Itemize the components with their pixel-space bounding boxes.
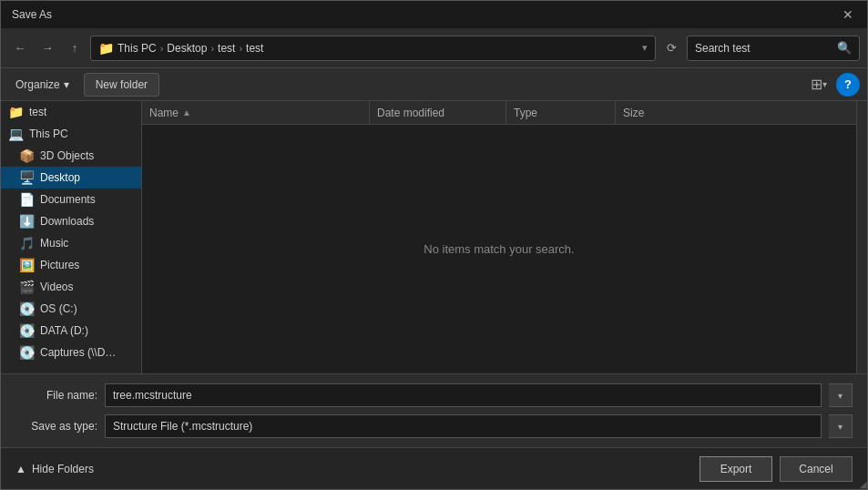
nav-panel: 📁 test 💻 This PC 📦 3D Objects 🖥️ Desktop… [1, 101, 142, 373]
nav-item-data-d[interactable]: 💽 DATA (D:) [1, 320, 141, 342]
scrollbar-track[interactable] [856, 101, 867, 373]
up-button[interactable]: ↑ [63, 36, 87, 60]
file-list-body: No items match your search. [142, 125, 856, 373]
nav-item-desktop-label: Desktop [40, 171, 80, 184]
hide-folders-icon: ▲ [15, 463, 26, 475]
content-area: 📁 test 💻 This PC 📦 3D Objects 🖥️ Desktop… [1, 101, 867, 373]
nav-item-videos-label: Videos [40, 281, 73, 293]
music-icon: 🎵 [19, 236, 35, 250]
crumb-part-3: test [218, 42, 235, 55]
videos-icon: 🎬 [19, 280, 35, 294]
organize-toolbar: Organize ▾ New folder ⊞ ▾ ? [1, 68, 867, 101]
nav-item-videos[interactable]: 🎬 Videos [1, 276, 141, 298]
col-name-label: Name [149, 107, 179, 119]
col-header-size: Size [616, 101, 707, 124]
savetype-dropdown-button[interactable]: ▾ [829, 414, 853, 438]
filename-dropdown-button[interactable]: ▾ [829, 383, 853, 407]
nav-item-os-c[interactable]: 💽 OS (C:) [1, 298, 141, 320]
crumb-part-1: This PC [117, 42, 157, 55]
pictures-icon: 🖼️ [19, 258, 35, 272]
back-button[interactable]: ← [8, 36, 32, 60]
hide-folders-button[interactable]: ▲ Hide Folders [15, 463, 94, 475]
nav-item-3d-objects[interactable]: 📦 3D Objects [1, 145, 141, 167]
export-button[interactable]: Export [700, 456, 772, 482]
nav-item-test[interactable]: 📁 test [1, 101, 141, 123]
crumb-part-2: Desktop [167, 42, 207, 55]
search-icon: 🔍 [837, 41, 852, 55]
address-bar[interactable]: 📁 This PC › Desktop › test › test ▾ [90, 36, 656, 61]
col-type-label: Type [514, 107, 537, 119]
resize-grip[interactable]: ◢ [854, 476, 867, 489]
organize-label: Organize [15, 78, 60, 91]
filename-input[interactable] [105, 383, 822, 407]
nav-item-captures[interactable]: 💽 Captures (\\DESI [1, 342, 141, 363]
close-button[interactable]: ✕ [836, 3, 860, 26]
help-button[interactable]: ? [836, 73, 860, 97]
nav-item-captures-label: Captures (\\DESI [40, 346, 122, 359]
desktop-icon: 🖥️ [19, 170, 35, 185]
toolbar2-right: ⊞ ▾ ? [805, 73, 860, 97]
folder-icon: 📁 [98, 41, 114, 56]
col-header-date: Date modified [370, 101, 506, 124]
dialog-title: Save As [12, 8, 52, 21]
bottom-form: File name: ▾ Save as type: Structure Fil… [1, 373, 867, 447]
address-dropdown-icon[interactable]: ▾ [642, 42, 648, 54]
nav-item-music-label: Music [40, 237, 68, 250]
file-area: Name ▲ Date modified Type Size No items … [142, 101, 856, 373]
organize-arrow-icon: ▾ [64, 78, 69, 91]
column-headers: Name ▲ Date modified Type Size [142, 101, 856, 125]
title-bar-left: Save As [12, 8, 52, 21]
nav-item-documents-label: Documents [40, 193, 96, 206]
crumb-sep-1: › [160, 43, 164, 54]
search-input[interactable] [695, 42, 832, 55]
address-toolbar: ← → ↑ 📁 This PC › Desktop › test › test … [1, 28, 867, 68]
sort-arrow-icon: ▲ [182, 107, 191, 117]
documents-icon: 📄 [19, 192, 35, 207]
crumb-sep-3: › [239, 43, 242, 54]
view-toggle-button[interactable]: ⊞ ▾ [805, 73, 832, 97]
data-d-icon: 💽 [19, 323, 35, 338]
nav-item-pictures-label: Pictures [40, 259, 79, 271]
nav-item-desktop[interactable]: 🖥️ Desktop [1, 167, 141, 189]
filename-label: File name: [15, 389, 97, 402]
nav-item-test-label: test [29, 106, 46, 118]
savetype-row: Save as type: Structure File (*.mcstruct… [15, 414, 853, 438]
this-pc-icon: 💻 [8, 127, 24, 141]
action-buttons: Export Cancel [700, 456, 853, 482]
nav-item-this-pc[interactable]: 💻 This PC [1, 123, 141, 145]
filename-row: File name: ▾ [15, 383, 853, 407]
savetype-select[interactable]: Structure File (*.mcstructure) [105, 414, 822, 438]
search-box: 🔍 [687, 36, 860, 61]
3d-objects-icon: 📦 [19, 148, 35, 163]
forward-button[interactable]: → [36, 36, 59, 60]
savetype-value: Structure File (*.mcstructure) [113, 420, 813, 433]
breadcrumb: 📁 This PC › Desktop › test › test [98, 41, 263, 56]
nav-item-this-pc-label: This PC [29, 128, 68, 140]
view-icon: ⊞ [811, 76, 822, 93]
crumb-part-4: test [246, 42, 263, 55]
nav-item-music[interactable]: 🎵 Music [1, 232, 141, 254]
nav-item-documents[interactable]: 📄 Documents [1, 189, 141, 210]
nav-item-3d-objects-label: 3D Objects [40, 149, 94, 162]
hide-folders-label: Hide Folders [32, 463, 94, 475]
empty-message: No items match your search. [424, 242, 574, 256]
col-header-type: Type [506, 101, 616, 124]
os-c-icon: 💽 [19, 301, 35, 316]
new-folder-button[interactable]: New folder [84, 73, 159, 97]
refresh-button[interactable]: ⟳ [659, 36, 683, 60]
nav-item-downloads[interactable]: ⬇️ Downloads [1, 210, 141, 232]
nav-item-downloads-label: Downloads [40, 215, 94, 228]
savetype-label: Save as type: [15, 420, 97, 433]
captures-icon: 💽 [19, 345, 35, 360]
crumb-sep-2: › [210, 43, 214, 54]
save-as-dialog: Save As ✕ ← → ↑ 📁 This PC › Desktop › te… [0, 0, 868, 490]
col-header-name: Name ▲ [142, 101, 370, 124]
col-date-label: Date modified [377, 107, 444, 119]
downloads-icon: ⬇️ [19, 214, 35, 229]
test-folder-icon: 📁 [8, 105, 24, 119]
cancel-button[interactable]: Cancel [780, 456, 853, 482]
title-bar: Save As ✕ [1, 1, 867, 28]
col-size-label: Size [623, 107, 644, 119]
organize-button[interactable]: Organize ▾ [8, 73, 77, 97]
nav-item-pictures[interactable]: 🖼️ Pictures [1, 254, 141, 276]
